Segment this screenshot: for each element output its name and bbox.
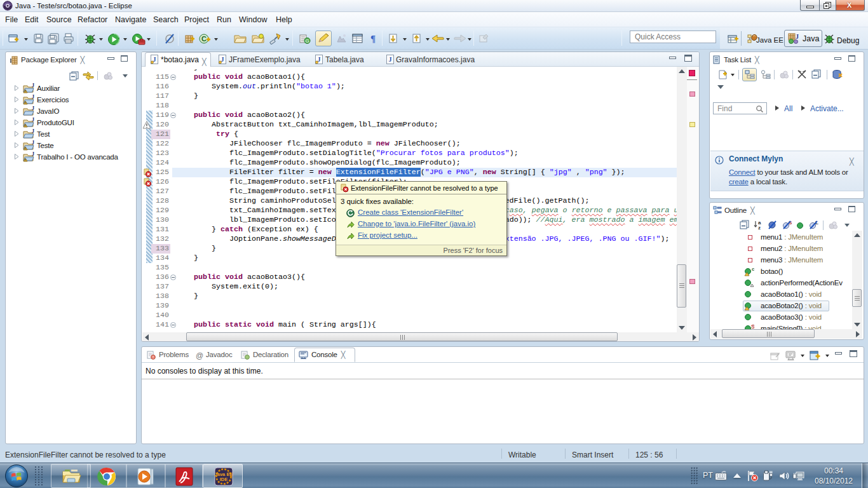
svg-text:J: J [32,95,34,100]
svg-text:J: J [32,152,34,157]
svg-text:J: J [32,83,34,88]
svg-text:J: J [32,118,34,123]
svg-text:C: C [201,35,207,43]
svg-text:J: J [32,129,34,134]
svg-text:G: G [305,38,309,44]
svg-text:J: J [389,56,392,63]
svg-text:¶: ¶ [370,34,376,44]
svg-text:J: J [796,33,799,40]
svg-text:J: J [32,106,34,111]
svg-text:z: z [758,225,761,230]
svg-text:IDE: IDE [220,477,228,482]
svg-text:J: J [32,140,34,146]
svg-text:c: c [752,267,754,272]
